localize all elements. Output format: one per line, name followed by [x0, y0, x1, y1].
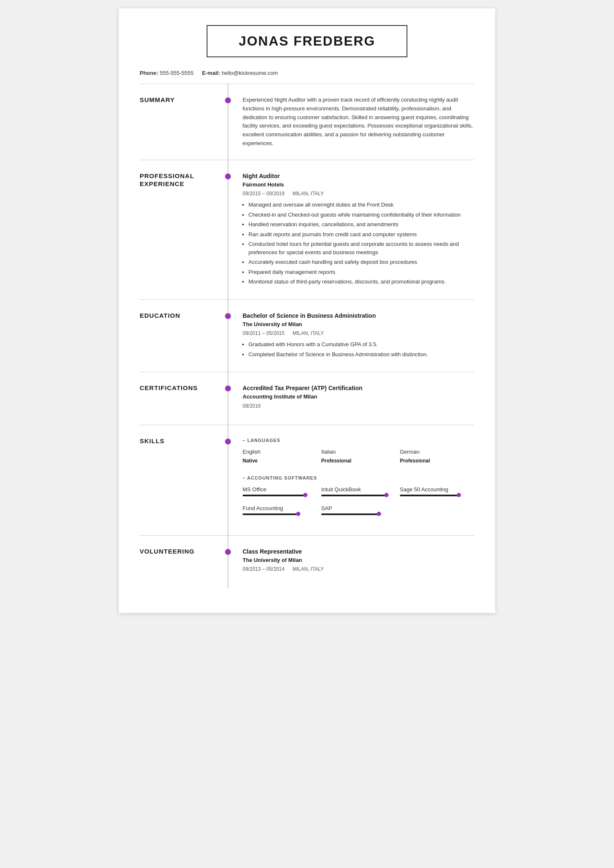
skill-sage-dot [457, 493, 461, 497]
vol-dates: 09/2013 – 05/2014 [243, 566, 284, 572]
skill-empty [400, 504, 474, 515]
skill-italian-name: Italian [321, 448, 396, 456]
skill-sap-dot [377, 512, 381, 516]
volunteering-content: Class Representative The University of M… [228, 536, 474, 588]
software-title: – ACCOUNTING SOFTWARES [243, 475, 474, 482]
skill-sage: Sage 50 Accounting [400, 485, 474, 496]
software-subsection: – ACCOUNTING SOFTWARES MS Office Intuit … [243, 475, 474, 515]
bullet-3: Handled reservation inquiries, cancellat… [248, 220, 474, 229]
timeline-dot-summary [225, 97, 231, 103]
resume-document: JONAS FREDBERG Phone: 555-555-5555 E-mai… [119, 8, 495, 613]
volunteering-label: VOLUNTEERING [140, 536, 228, 588]
bullet-8: Monitored status of third-party reservat… [248, 278, 474, 286]
resume-header: JONAS FREDBERG [207, 25, 407, 57]
job-title: Night Auditor [243, 172, 474, 181]
vol-location: MILAN, ITALY [292, 566, 324, 572]
timeline-dot-vol [225, 549, 231, 555]
skill-quickbook-bar [321, 495, 387, 496]
languages-subsection: – LANGUAGES English Native Italian Profe… [243, 437, 474, 466]
email-address: hello@kickresume.com [222, 70, 278, 76]
summary-label: SUMMARY [140, 84, 228, 160]
skill-sage-bar [400, 495, 459, 496]
certifications-section: CERTIFICATIONS Accredited Tax Preparer (… [140, 372, 474, 425]
software-grid-row2: Fund Accounting SAP [243, 504, 474, 515]
vol-title: Class Representative [243, 547, 474, 556]
experience-content: Night Auditor Fairmont Hotels 09/2015 – … [228, 160, 474, 299]
edu-dates: 09/2011 – 05/2015 [243, 330, 284, 336]
bullet-6: Accurately executed cash handling and sa… [248, 258, 474, 266]
cert-title: Accredited Tax Preparer (ATP) Certificat… [243, 384, 474, 393]
skill-sap-bar [321, 513, 379, 515]
timeline-dot-edu [225, 313, 231, 319]
skill-sap-name: SAP [321, 504, 396, 513]
skill-fundacc-bar [243, 513, 299, 515]
education-label: EDUCATION [140, 300, 228, 372]
skill-msoffice: MS Office [243, 485, 317, 496]
skills-section: SKILLS – LANGUAGES English Native Italia… [140, 425, 474, 536]
experience-section: PROFESSIONAL EXPERIENCE Night Auditor Fa… [140, 160, 474, 300]
skill-english-level: Native [243, 457, 317, 465]
skill-msoffice-bar [243, 495, 306, 496]
email-label: E-mail: [202, 70, 220, 76]
skill-italian-level: Professional [321, 457, 396, 465]
timeline-line-cert [228, 372, 228, 425]
bullet-2: Checked-in and Checked-out guests while … [248, 211, 474, 219]
skill-quickbook-dot [384, 493, 389, 497]
job-company: Fairmont Hotels [243, 181, 474, 189]
edu-bullets: Graduated with Honors with a Cumulative … [243, 340, 474, 358]
skill-german-name: German [400, 448, 474, 456]
summary-content: Experienced Night Auditor with a proven … [228, 84, 474, 160]
skills-content: – LANGUAGES English Native Italian Profe… [228, 425, 474, 535]
certifications-content: Accredited Tax Preparer (ATP) Certificat… [228, 372, 474, 425]
skill-msoffice-name: MS Office [243, 485, 317, 494]
experience-label: PROFESSIONAL EXPERIENCE [140, 160, 228, 299]
edu-location: MILAN, ITALY [292, 330, 324, 336]
skill-german: German Professional [400, 448, 474, 466]
timeline-line-vol [228, 536, 228, 588]
vol-institution: The University of Milan [243, 556, 474, 564]
education-section: EDUCATION Bachelor of Science in Busines… [140, 300, 474, 373]
skill-sap: SAP [321, 504, 396, 515]
job-bullets: Managed and oversaw all overnight duties… [243, 201, 474, 286]
software-grid-row1: MS Office Intuit QuickBook Sage 50 Accou… [243, 485, 474, 496]
timeline-dot-exp [225, 174, 231, 179]
job-location: MILAN, ITALY [292, 191, 324, 197]
timeline-line-exp [228, 160, 228, 299]
edu-bullet-1: Graduated with Honors with a Cumulative … [248, 340, 474, 349]
edu-bullet-2: Completed Bachelor of Science in Busines… [248, 350, 474, 359]
contact-line: Phone: 555-555-5555 E-mail: hello@kickre… [140, 70, 474, 76]
skill-fundacc: Fund Accounting [243, 504, 317, 515]
volunteering-section: VOLUNTEERING Class Representative The Un… [140, 536, 474, 588]
vol-meta: 09/2013 – 05/2014 MILAN, ITALY [243, 565, 474, 573]
job-dates: 09/2015 – 09/2019 [243, 191, 284, 197]
timeline-line-edu [228, 300, 228, 372]
languages-grid: English Native Italian Professional Germ… [243, 448, 474, 466]
skill-sage-name: Sage 50 Accounting [400, 485, 474, 494]
skill-fundacc-name: Fund Accounting [243, 504, 317, 513]
languages-title: – LANGUAGES [243, 437, 474, 444]
phone-label: Phone: [140, 70, 158, 76]
bullet-7: Prepared daily management reports [248, 268, 474, 276]
phone-number: 555-555-5555 [160, 70, 194, 76]
timeline-dot-skills [225, 439, 231, 444]
cert-institution: Accounting Institute of Milan [243, 393, 474, 401]
summary-text: Experienced Night Auditor with a proven … [243, 96, 474, 148]
edu-meta: 09/2011 – 05/2015 MILAN, ITALY [243, 329, 474, 337]
job-meta: 09/2015 – 09/2019 MILAN, ITALY [243, 190, 474, 197]
skill-quickbook: Intuit QuickBook [321, 485, 396, 496]
skill-english: English Native [243, 448, 317, 466]
skill-italian: Italian Professional [321, 448, 396, 466]
edu-institution: The University of Milan [243, 320, 474, 329]
candidate-name: JONAS FREDBERG [224, 33, 390, 49]
degree-title: Bachelor of Science in Business Administ… [243, 311, 474, 320]
summary-section: SUMMARY Experienced Night Auditor with a… [140, 84, 474, 160]
bullet-4: Ran audit reports and journals from cred… [248, 230, 474, 239]
skill-fundacc-dot [296, 512, 300, 516]
skill-german-level: Professional [400, 457, 474, 465]
bullet-1: Managed and oversaw all overnight duties… [248, 201, 474, 209]
skill-quickbook-name: Intuit QuickBook [321, 485, 396, 494]
education-content: Bachelor of Science in Business Administ… [228, 300, 474, 372]
skill-msoffice-dot [303, 493, 307, 497]
certifications-label: CERTIFICATIONS [140, 372, 228, 425]
skills-label: SKILLS [140, 425, 228, 535]
